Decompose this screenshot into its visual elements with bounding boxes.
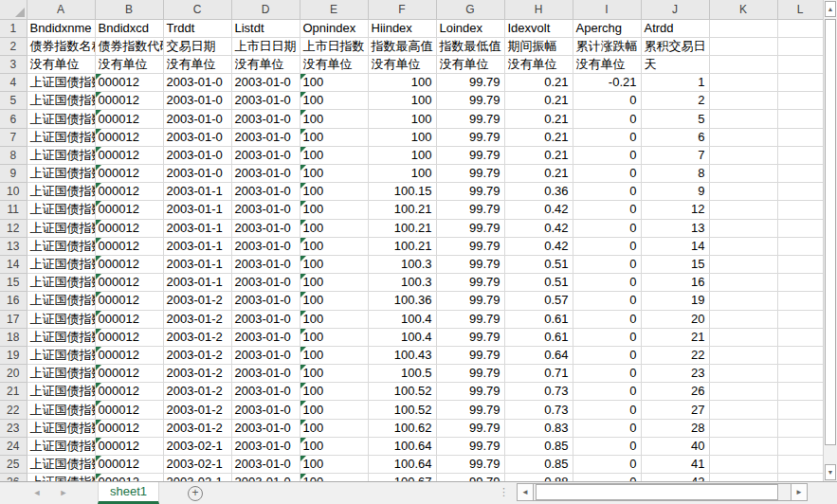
row-header-2[interactable]: 2 <box>0 37 27 55</box>
cell-J21[interactable]: 26 <box>641 383 709 401</box>
scroll-down-button[interactable]: ▼ <box>825 464 836 480</box>
cell-G11[interactable]: 99.79 <box>436 201 504 219</box>
cell-I6[interactable]: 0 <box>573 110 641 128</box>
cell-H10[interactable]: 0.36 <box>504 183 573 201</box>
cell-E19[interactable]: 100 <box>300 346 368 364</box>
cell-A4[interactable]: 上证国债指数 <box>27 74 95 92</box>
cell-E15[interactable]: 100 <box>300 274 368 292</box>
cell-G15[interactable]: 99.79 <box>436 274 504 292</box>
cell-D6[interactable]: 2003-01-0 <box>231 110 300 128</box>
cell-E6[interactable]: 100 <box>300 110 368 128</box>
cell-D2[interactable]: 上市日日期 <box>231 37 300 55</box>
cell-E12[interactable]: 100 <box>300 219 368 237</box>
cell-G1[interactable]: Loindex <box>436 19 504 37</box>
column-header-A[interactable]: A <box>27 0 95 19</box>
cell-K22[interactable] <box>709 401 777 419</box>
cell-F15[interactable]: 100.3 <box>368 274 436 292</box>
row-header-23[interactable]: 23 <box>0 419 27 437</box>
cell-E2[interactable]: 上市日指数 <box>300 37 368 55</box>
cell-B7[interactable]: 000012 <box>95 128 163 146</box>
row-header-3[interactable]: 3 <box>0 55 27 73</box>
cell-A1[interactable]: Bndidxnme <box>27 19 95 37</box>
cell-A25[interactable]: 上证国债指数 <box>27 456 95 474</box>
cell-C4[interactable]: 2003-01-0 <box>163 74 231 92</box>
cell-D7[interactable]: 2003-01-0 <box>231 128 300 146</box>
cell-J12[interactable]: 13 <box>641 219 709 237</box>
cell-I12[interactable]: 0 <box>573 219 641 237</box>
cell-G6[interactable]: 99.79 <box>436 110 504 128</box>
cell-D19[interactable]: 2003-01-0 <box>231 346 300 364</box>
cell-G4[interactable]: 99.79 <box>436 74 504 92</box>
cell-K15[interactable] <box>709 274 777 292</box>
cell-H12[interactable]: 0.42 <box>504 219 573 237</box>
cell-B18[interactable]: 000012 <box>95 328 163 346</box>
row-header-24[interactable]: 24 <box>0 437 27 455</box>
cell-I20[interactable]: 0 <box>573 365 641 383</box>
cell-I9[interactable]: 0 <box>573 165 641 183</box>
cell-I3[interactable]: 没有单位 <box>573 55 641 73</box>
cell-L9[interactable] <box>777 165 823 183</box>
cell-H21[interactable]: 0.73 <box>504 383 573 401</box>
column-header-I[interactable]: I <box>573 0 641 19</box>
cell-D5[interactable]: 2003-01-0 <box>231 92 300 110</box>
cell-D12[interactable]: 2003-01-0 <box>231 219 300 237</box>
cell-J5[interactable]: 2 <box>641 92 709 110</box>
cell-B25[interactable]: 000012 <box>95 456 163 474</box>
row-header-16[interactable]: 16 <box>0 292 27 310</box>
cell-H20[interactable]: 0.71 <box>504 365 573 383</box>
cell-F7[interactable]: 100 <box>368 128 436 146</box>
column-header-E[interactable]: E <box>300 0 368 19</box>
cell-B10[interactable]: 000012 <box>95 183 163 201</box>
cell-C26[interactable]: 2003-02-1 <box>163 474 231 481</box>
cell-H15[interactable]: 0.51 <box>504 274 573 292</box>
cell-J26[interactable]: 42 <box>641 474 709 481</box>
cell-D4[interactable]: 2003-01-0 <box>231 74 300 92</box>
cell-C24[interactable]: 2003-02-1 <box>163 437 231 455</box>
cell-L14[interactable] <box>777 255 823 273</box>
cell-J19[interactable]: 22 <box>641 346 709 364</box>
cell-L4[interactable] <box>777 74 823 92</box>
cell-I13[interactable]: 0 <box>573 237 641 255</box>
cell-K12[interactable] <box>709 219 777 237</box>
cell-A9[interactable]: 上证国债指数 <box>27 165 95 183</box>
cell-A5[interactable]: 上证国债指数 <box>27 92 95 110</box>
cell-A11[interactable]: 上证国债指数 <box>27 201 95 219</box>
cell-J22[interactable]: 27 <box>641 401 709 419</box>
cell-C2[interactable]: 交易日期 <box>163 37 231 55</box>
cell-E1[interactable]: Opnindex <box>300 19 368 37</box>
cell-A8[interactable]: 上证国债指数 <box>27 146 95 164</box>
cell-F6[interactable]: 100 <box>368 110 436 128</box>
cell-A10[interactable]: 上证国债指数 <box>27 183 95 201</box>
cell-A3[interactable]: 没有单位 <box>27 55 95 73</box>
cell-C12[interactable]: 2003-01-1 <box>163 219 231 237</box>
row-header-18[interactable]: 18 <box>0 328 27 346</box>
cell-I10[interactable]: 0 <box>573 183 641 201</box>
cell-L26[interactable] <box>777 474 823 481</box>
cell-K6[interactable] <box>709 110 777 128</box>
cell-D25[interactable]: 2003-01-0 <box>231 456 300 474</box>
cell-B21[interactable]: 000012 <box>95 383 163 401</box>
cell-I5[interactable]: 0 <box>573 92 641 110</box>
row-header-12[interactable]: 12 <box>0 219 27 237</box>
row-header-5[interactable]: 5 <box>0 92 27 110</box>
cell-I21[interactable]: 0 <box>573 383 641 401</box>
cell-C6[interactable]: 2003-01-0 <box>163 110 231 128</box>
cell-E9[interactable]: 100 <box>300 165 368 183</box>
cell-K4[interactable] <box>709 74 777 92</box>
cell-H17[interactable]: 0.61 <box>504 310 573 328</box>
cell-E21[interactable]: 100 <box>300 383 368 401</box>
cell-K20[interactable] <box>709 365 777 383</box>
cell-I24[interactable]: 0 <box>573 437 641 455</box>
cell-F20[interactable]: 100.5 <box>368 365 436 383</box>
cell-C8[interactable]: 2003-01-0 <box>163 146 231 164</box>
cell-D18[interactable]: 2003-01-0 <box>231 328 300 346</box>
cell-A21[interactable]: 上证国债指数 <box>27 383 95 401</box>
cell-I4[interactable]: -0.21 <box>573 74 641 92</box>
tab-scrollbar-splitter[interactable]: ⋮ <box>499 482 509 504</box>
cell-A2[interactable]: 债券指数名称 <box>27 37 95 55</box>
cell-L13[interactable] <box>777 237 823 255</box>
cell-L18[interactable] <box>777 328 823 346</box>
cell-K16[interactable] <box>709 292 777 310</box>
row-header-6[interactable]: 6 <box>0 110 27 128</box>
cell-F11[interactable]: 100.21 <box>368 201 436 219</box>
